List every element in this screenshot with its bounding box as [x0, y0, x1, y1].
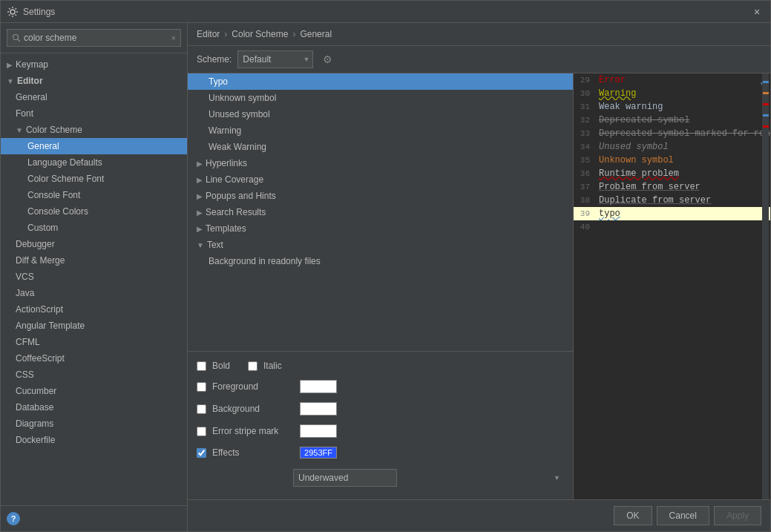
line-number: 31: [574, 102, 596, 111]
settings-tree-item-weak-warning[interactable]: Weak Warning: [188, 139, 573, 155]
main-content: × ▶ Keymap ▼ Editor General F: [1, 23, 770, 531]
foreground-color-picker[interactable]: [300, 380, 337, 393]
sidebar-item-diff-merge[interactable]: Diff & Merge: [1, 252, 187, 269]
bold-checkbox[interactable]: [197, 361, 206, 371]
scroll-mark-orange: [763, 92, 769, 94]
background-label: Background: [212, 404, 294, 414]
scheme-label: Scheme:: [197, 54, 232, 65]
settings-tree-item-hyperlinks[interactable]: ▶ Hyperlinks: [188, 155, 573, 171]
sidebar-item-custom[interactable]: Custom: [1, 220, 187, 236]
settings-window: Settings × × ▶ Keymap: [0, 0, 771, 532]
sidebar-item-vcs[interactable]: VCS: [1, 269, 187, 285]
line-number: 33: [574, 129, 596, 138]
sidebar-item-angular-template[interactable]: Angular Template: [1, 318, 187, 334]
help-button[interactable]: ?: [7, 512, 20, 525]
sidebar-item-console-colors[interactable]: Console Colors: [1, 203, 187, 220]
bold-italic-row: Bold Italic: [197, 361, 564, 371]
sidebar-item-database[interactable]: Database: [1, 399, 187, 416]
code-line-35: 35 Unknown symbol: [574, 154, 770, 167]
search-input[interactable]: [24, 33, 171, 43]
settings-tree-item-templates[interactable]: ▶ Templates: [188, 220, 573, 237]
settings-tree-item-unknown-symbol[interactable]: Unknown symbol: [188, 90, 573, 106]
settings-tree-item-warning[interactable]: Warning: [188, 122, 573, 139]
effects-color-button[interactable]: 2953FF: [300, 447, 337, 459]
error-stripe-color-picker[interactable]: [300, 424, 337, 438]
settings-tree-label: Text: [207, 240, 223, 250]
settings-tree-item-bg-readonly[interactable]: Background in readonly files: [188, 253, 573, 269]
line-number: 32: [574, 116, 596, 125]
sidebar-item-java[interactable]: Java: [1, 285, 187, 301]
sidebar-item-debugger[interactable]: Debugger: [1, 236, 187, 252]
sidebar-item-label: Cucumber: [16, 386, 56, 396]
scheme-gear-button[interactable]: ⚙: [319, 51, 335, 68]
window-title: Settings: [23, 7, 749, 17]
sidebar-item-language-defaults[interactable]: Language Defaults: [1, 154, 187, 171]
preview-scrollarea[interactable]: ✓ 29 Error 30 Warning 31 Weak warning: [574, 73, 770, 499]
line-content: Deprecated symbol: [596, 115, 770, 125]
line-number: 34: [574, 142, 596, 151]
settings-tree-inner: Typo Unknown symbol Unused symbol Warnin…: [188, 73, 573, 351]
sidebar-item-color-scheme[interactable]: ▼ Color Scheme: [1, 122, 187, 138]
settings-tree-item-popups-hints[interactable]: ▶ Popups and Hints: [188, 188, 573, 204]
italic-label: Italic: [263, 361, 282, 371]
line-number: 40: [574, 223, 596, 231]
sidebar-item-editor[interactable]: ▼ Editor: [1, 73, 187, 89]
sidebar-item-keymap[interactable]: ▶ Keymap: [1, 56, 187, 73]
settings-tree-item-typo[interactable]: Typo: [188, 73, 573, 90]
sidebar-item-label: VCS: [16, 272, 34, 282]
line-content: Warning: [596, 88, 770, 99]
sidebar-item-cucumber[interactable]: Cucumber: [1, 383, 187, 399]
sidebar-item-label: Diff & Merge: [16, 255, 65, 266]
foreground-checkbox[interactable]: [197, 382, 206, 392]
settings-tree-label: Weak Warning: [209, 142, 266, 152]
sidebar-item-color-scheme-general[interactable]: General: [1, 138, 187, 154]
background-checkbox[interactable]: [197, 404, 206, 414]
error-stripe-checkbox[interactable]: [197, 427, 206, 436]
sidebar-item-actionscript[interactable]: ActionScript: [1, 301, 187, 318]
scroll-mark-blue2: [763, 114, 769, 116]
sidebar-item-cfml[interactable]: CFML: [1, 334, 187, 350]
svg-point-0: [10, 10, 15, 14]
settings-tree-label: Unknown symbol: [209, 93, 276, 103]
code-line-33: 33 Deprecated symbol marked for removal: [574, 127, 770, 140]
search-wrapper: ×: [7, 29, 181, 47]
settings-tree-item-unused-symbol[interactable]: Unused symbol: [188, 106, 573, 122]
code-line-29: 29 Error: [574, 73, 770, 87]
sidebar-item-diagrams[interactable]: Diagrams: [1, 416, 187, 432]
scheme-select[interactable]: Default Darcula High Contrast IntelliJ L…: [237, 50, 313, 68]
sidebar-item-font[interactable]: Font: [1, 105, 187, 122]
sidebar-tree: ▶ Keymap ▼ Editor General Font ▼ Color S: [1, 53, 187, 505]
line-content: typo: [596, 208, 764, 219]
sidebar-item-dockerfile[interactable]: Dockerfile: [1, 432, 187, 448]
close-button[interactable]: ×: [749, 4, 764, 19]
line-content: Error: [596, 75, 770, 85]
effects-dropdown[interactable]: Underwaved Bordered Box Dashed Bold Dash…: [293, 469, 397, 487]
sidebar-item-css[interactable]: CSS: [1, 367, 187, 383]
background-color-picker[interactable]: [300, 402, 337, 416]
expand-icon: ▶: [197, 225, 203, 233]
settings-tree-label: Hyperlinks: [206, 158, 247, 168]
settings-tree-label: Warning: [209, 125, 241, 136]
settings-tree-label: Search Results: [206, 207, 266, 217]
line-number: 35: [574, 156, 596, 165]
sidebar-item-color-scheme-font[interactable]: Color Scheme Font: [1, 171, 187, 187]
apply-button[interactable]: Apply: [714, 506, 761, 525]
effects-checkbox[interactable]: [197, 448, 206, 458]
cancel-button[interactable]: Cancel: [657, 506, 709, 525]
svg-point-1: [13, 35, 19, 40]
foreground-label: Foreground: [212, 381, 294, 392]
settings-tree-item-text[interactable]: ▼ Text: [188, 237, 573, 253]
italic-checkbox[interactable]: [248, 361, 257, 371]
settings-tree-item-line-coverage[interactable]: ▶ Line Coverage: [188, 171, 573, 188]
sidebar-item-coffeescript[interactable]: CoffeeScript: [1, 350, 187, 367]
ok-button[interactable]: OK: [614, 506, 652, 525]
settings-tree-item-search-results[interactable]: ▶ Search Results: [188, 204, 573, 220]
foreground-row: Foreground: [197, 380, 564, 393]
search-clear-button[interactable]: ×: [171, 33, 176, 42]
settings-tree-panel: Typo Unknown symbol Unused symbol Warnin…: [188, 73, 574, 499]
preview-panel: ✓ 29 Error 30 Warning 31 Weak warning: [574, 73, 770, 499]
bold-label: Bold: [212, 361, 230, 371]
sidebar-item-console-font[interactable]: Console Font: [1, 187, 187, 203]
sidebar-item-general[interactable]: General: [1, 89, 187, 105]
sidebar-item-label: CoffeeScript: [16, 353, 65, 364]
